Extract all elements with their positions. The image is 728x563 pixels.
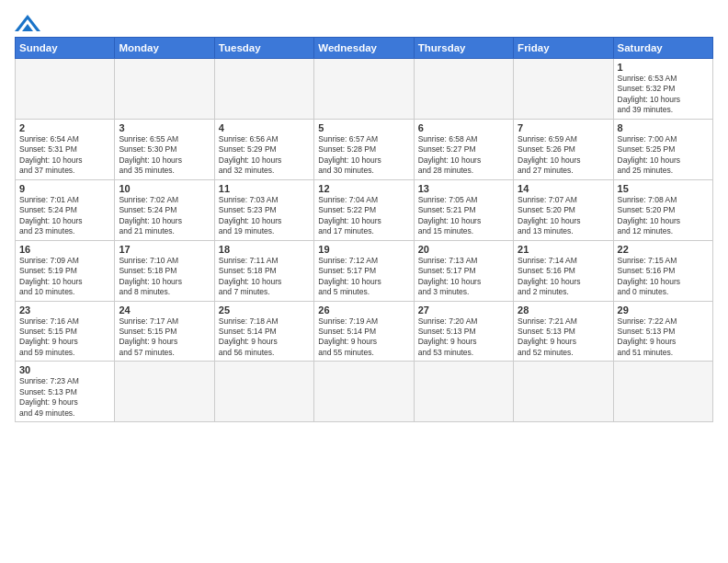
weekday-header: Thursday: [414, 38, 513, 59]
day-number: 27: [418, 304, 509, 316]
day-number: 7: [518, 122, 609, 133]
day-number: 22: [618, 244, 709, 255]
calendar-cell: 17Sunrise: 7:10 AM Sunset: 5:18 PM Dayli…: [115, 240, 214, 301]
calendar-cell: [314, 59, 414, 120]
calendar-cell: 12Sunrise: 7:04 AM Sunset: 5:22 PM Dayli…: [314, 179, 414, 240]
day-info: Sunrise: 7:23 AM Sunset: 5:13 PM Dayligh…: [19, 376, 110, 419]
day-number: 15: [618, 183, 709, 194]
calendar-cell: 23Sunrise: 7:16 AM Sunset: 5:15 PM Dayli…: [16, 301, 115, 362]
weekday-header: Friday: [514, 38, 613, 59]
calendar-cell: [414, 362, 513, 422]
day-info: Sunrise: 6:59 AM Sunset: 5:26 PM Dayligh…: [518, 134, 609, 177]
day-info: Sunrise: 7:07 AM Sunset: 5:20 PM Dayligh…: [518, 195, 609, 237]
weekday-header: Sunday: [16, 38, 115, 59]
calendar-cell: 28Sunrise: 7:21 AM Sunset: 5:13 PM Dayli…: [514, 301, 613, 362]
day-number: 28: [518, 304, 609, 316]
calendar-cell: 5Sunrise: 6:57 AM Sunset: 5:28 PM Daylig…: [314, 119, 414, 179]
calendar-cell: 19Sunrise: 7:12 AM Sunset: 5:17 PM Dayli…: [314, 240, 414, 301]
logo-area: [15, 9, 40, 31]
day-info: Sunrise: 7:18 AM Sunset: 5:14 PM Dayligh…: [219, 316, 310, 359]
calendar-cell: 26Sunrise: 7:19 AM Sunset: 5:14 PM Dayli…: [314, 301, 414, 362]
day-info: Sunrise: 7:03 AM Sunset: 5:23 PM Dayligh…: [219, 195, 310, 237]
calendar-cell: 6Sunrise: 6:58 AM Sunset: 5:27 PM Daylig…: [414, 119, 513, 179]
calendar-cell: 2Sunrise: 6:54 AM Sunset: 5:31 PM Daylig…: [16, 119, 115, 179]
calendar-cell: 27Sunrise: 7:20 AM Sunset: 5:13 PM Dayli…: [414, 301, 513, 362]
day-info: Sunrise: 7:12 AM Sunset: 5:17 PM Dayligh…: [318, 256, 409, 298]
day-number: 13: [418, 183, 509, 194]
day-info: Sunrise: 7:04 AM Sunset: 5:22 PM Dayligh…: [318, 195, 409, 237]
calendar-cell: 22Sunrise: 7:15 AM Sunset: 5:16 PM Dayli…: [613, 240, 712, 301]
calendar-cell: 15Sunrise: 7:08 AM Sunset: 5:20 PM Dayli…: [613, 179, 712, 240]
day-info: Sunrise: 6:55 AM Sunset: 5:30 PM Dayligh…: [119, 134, 210, 177]
day-number: 1: [618, 62, 709, 73]
calendar-cell: 18Sunrise: 7:11 AM Sunset: 5:18 PM Dayli…: [214, 240, 313, 301]
day-number: 21: [518, 244, 609, 255]
day-info: Sunrise: 6:57 AM Sunset: 5:28 PM Dayligh…: [318, 134, 409, 177]
calendar-cell: 29Sunrise: 7:22 AM Sunset: 5:13 PM Dayli…: [613, 301, 712, 362]
calendar: SundayMondayTuesdayWednesdayThursdayFrid…: [15, 37, 713, 422]
day-number: 8: [618, 122, 709, 133]
day-info: Sunrise: 7:13 AM Sunset: 5:17 PM Dayligh…: [418, 256, 509, 298]
calendar-cell: 8Sunrise: 7:00 AM Sunset: 5:25 PM Daylig…: [613, 119, 712, 179]
calendar-cell: [414, 59, 513, 120]
calendar-cell: 25Sunrise: 7:18 AM Sunset: 5:14 PM Dayli…: [214, 301, 313, 362]
day-number: 9: [19, 183, 110, 194]
calendar-cell: 30Sunrise: 7:23 AM Sunset: 5:13 PM Dayli…: [16, 362, 115, 422]
day-number: 14: [518, 183, 609, 194]
calendar-cell: 14Sunrise: 7:07 AM Sunset: 5:20 PM Dayli…: [514, 179, 613, 240]
day-number: 20: [418, 244, 509, 255]
day-info: Sunrise: 7:19 AM Sunset: 5:14 PM Dayligh…: [318, 316, 409, 359]
calendar-cell: [514, 59, 613, 120]
calendar-cell: [115, 362, 214, 422]
calendar-cell: 21Sunrise: 7:14 AM Sunset: 5:16 PM Dayli…: [514, 240, 613, 301]
day-info: Sunrise: 7:14 AM Sunset: 5:16 PM Dayligh…: [518, 256, 609, 298]
day-number: 10: [119, 183, 210, 194]
day-info: Sunrise: 7:17 AM Sunset: 5:15 PM Dayligh…: [119, 316, 210, 359]
page: SundayMondayTuesdayWednesdayThursdayFrid…: [0, 0, 728, 431]
day-number: 26: [318, 304, 409, 316]
day-number: 4: [219, 122, 310, 133]
calendar-cell: 4Sunrise: 6:56 AM Sunset: 5:29 PM Daylig…: [214, 119, 313, 179]
weekday-header: Saturday: [613, 38, 712, 59]
day-info: Sunrise: 7:01 AM Sunset: 5:24 PM Dayligh…: [19, 195, 110, 237]
day-number: 17: [119, 244, 210, 255]
calendar-cell: 20Sunrise: 7:13 AM Sunset: 5:17 PM Dayli…: [414, 240, 513, 301]
day-number: 2: [19, 122, 110, 133]
day-number: 5: [318, 122, 409, 133]
calendar-cell: [514, 362, 613, 422]
calendar-cell: 10Sunrise: 7:02 AM Sunset: 5:24 PM Dayli…: [115, 179, 214, 240]
calendar-cell: 1Sunrise: 6:53 AM Sunset: 5:32 PM Daylig…: [613, 59, 712, 120]
calendar-cell: 16Sunrise: 7:09 AM Sunset: 5:19 PM Dayli…: [16, 240, 115, 301]
day-number: 30: [19, 364, 110, 375]
day-number: 18: [219, 244, 310, 255]
day-number: 3: [119, 122, 210, 133]
day-info: Sunrise: 6:58 AM Sunset: 5:27 PM Dayligh…: [418, 134, 509, 177]
day-number: 11: [219, 183, 310, 194]
day-info: Sunrise: 7:02 AM Sunset: 5:24 PM Dayligh…: [119, 195, 210, 237]
calendar-cell: 13Sunrise: 7:05 AM Sunset: 5:21 PM Dayli…: [414, 179, 513, 240]
day-number: 25: [219, 304, 310, 316]
day-number: 29: [618, 304, 709, 316]
day-info: Sunrise: 7:16 AM Sunset: 5:15 PM Dayligh…: [19, 316, 110, 359]
calendar-cell: [16, 59, 115, 120]
calendar-cell: 24Sunrise: 7:17 AM Sunset: 5:15 PM Dayli…: [115, 301, 214, 362]
day-number: 19: [318, 244, 409, 255]
day-number: 16: [19, 244, 110, 255]
weekday-header: Tuesday: [214, 38, 313, 59]
calendar-cell: 11Sunrise: 7:03 AM Sunset: 5:23 PM Dayli…: [214, 179, 313, 240]
day-number: 6: [418, 122, 509, 133]
day-info: Sunrise: 7:15 AM Sunset: 5:16 PM Dayligh…: [618, 256, 709, 298]
calendar-cell: [314, 362, 414, 422]
weekday-header: Wednesday: [314, 38, 414, 59]
day-info: Sunrise: 7:10 AM Sunset: 5:18 PM Dayligh…: [119, 256, 210, 298]
day-info: Sunrise: 6:54 AM Sunset: 5:31 PM Dayligh…: [19, 134, 110, 177]
calendar-cell: [115, 59, 214, 120]
day-number: 24: [119, 304, 210, 316]
calendar-cell: [214, 362, 313, 422]
header-area: [15, 9, 713, 31]
day-info: Sunrise: 7:11 AM Sunset: 5:18 PM Dayligh…: [219, 256, 310, 298]
weekday-header: Monday: [115, 38, 214, 59]
calendar-cell: [214, 59, 313, 120]
calendar-cell: [613, 362, 712, 422]
day-info: Sunrise: 7:20 AM Sunset: 5:13 PM Dayligh…: [418, 316, 509, 359]
